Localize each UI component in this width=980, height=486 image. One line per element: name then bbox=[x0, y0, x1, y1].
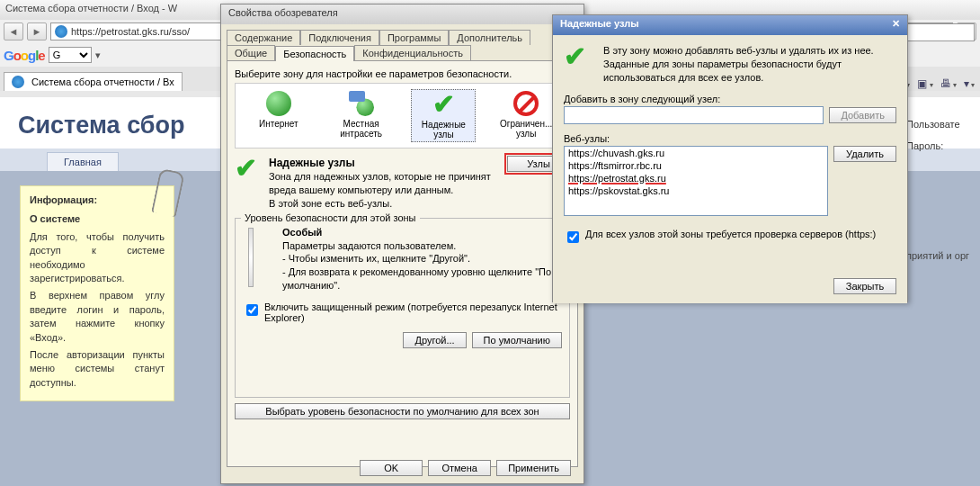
add-site-label: Добавить в зону следующий узел: bbox=[564, 94, 896, 104]
tab-advanced[interactable]: Дополнительь bbox=[449, 30, 530, 45]
command-bar: ⌂ ▣ 🖶 ▾ bbox=[898, 77, 975, 90]
websites-listbox[interactable]: https://chuvash.gks.ru https://ftsmirror… bbox=[564, 146, 828, 216]
tab-security[interactable]: Безопасность bbox=[275, 46, 354, 61]
paperclip-icon bbox=[151, 168, 185, 218]
zone-description: Зона для надежных узлов, которые не прич… bbox=[269, 171, 491, 195]
page-menu-icon[interactable]: ▾ bbox=[964, 77, 975, 90]
list-item[interactable]: https://chuvash.gks.ru bbox=[565, 147, 827, 159]
close-icon[interactable]: ✕ bbox=[892, 18, 900, 32]
google-logo: Google bbox=[4, 48, 45, 63]
dialog-title: Свойства обозревателя bbox=[221, 4, 584, 24]
url-text: https://petrostat.gks.ru/sso/ bbox=[71, 26, 190, 37]
security-level-line: - Для возврата к рекомендованному уровню… bbox=[282, 266, 551, 291]
security-level-line: Параметры задаются пользователем. bbox=[282, 240, 456, 251]
group-title: Уровень безопасности для этой зоны bbox=[241, 212, 420, 223]
websites-label: Веб-узлы: bbox=[564, 133, 896, 144]
browser-tab[interactable]: Система сбора отчетности / Вх bbox=[4, 72, 183, 91]
security-level-name: Особый bbox=[282, 227, 322, 238]
security-level-line: - Чтобы изменить их, щелкните "Другой". bbox=[282, 253, 470, 264]
login-panel: Пользовате Пароль: приятий и орг bbox=[901, 97, 980, 283]
dialog-title: Надежные узлы bbox=[560, 18, 639, 32]
google-dropdown-icon[interactable]: ▾ bbox=[95, 50, 101, 61]
info-paragraph: Для того, чтобы получить доступ к систем… bbox=[30, 230, 165, 286]
ok-button[interactable]: OK bbox=[360, 460, 423, 476]
intranet-icon bbox=[349, 91, 374, 116]
feeds-icon[interactable]: ▣ bbox=[917, 77, 932, 90]
zone-prompt: Выберите зону для настройки ее параметро… bbox=[235, 68, 570, 79]
tab-general[interactable]: Общие bbox=[227, 45, 275, 60]
list-item[interactable]: https://petrostat.gks.ru bbox=[565, 172, 827, 184]
password-label: Пароль: bbox=[906, 140, 975, 151]
add-site-input[interactable] bbox=[564, 106, 824, 124]
about-heading: О системе bbox=[30, 212, 165, 226]
cut-text: приятий и орг bbox=[906, 250, 975, 261]
back-button[interactable]: ◄ bbox=[4, 22, 23, 40]
google-selector[interactable]: G bbox=[49, 47, 92, 63]
tab-label: Система сбора отчетности / Вх bbox=[31, 76, 174, 87]
apply-button[interactable]: Применить bbox=[496, 460, 571, 476]
dialog-title-bar: Надежные узлы ✕ bbox=[553, 15, 907, 35]
list-item[interactable]: https://pskovstat.gks.ru bbox=[565, 184, 827, 197]
info-sticky-note: Информация: О системе Для того, чтобы по… bbox=[20, 185, 174, 401]
zone-trusted[interactable]: Надежные узлы bbox=[411, 89, 476, 142]
forbidden-icon bbox=[513, 91, 539, 116]
close-button[interactable]: Закрыть bbox=[833, 278, 896, 294]
security-panel: Выберите зону для настройки ее параметро… bbox=[227, 60, 578, 467]
user-label: Пользовате bbox=[906, 119, 975, 130]
remove-button[interactable]: Удалить bbox=[833, 146, 896, 162]
info-paragraph: После авторизации пункты меню системы ст… bbox=[30, 348, 165, 390]
ie-icon bbox=[12, 76, 24, 88]
protected-mode-checkbox[interactable] bbox=[246, 304, 258, 316]
internet-options-dialog: Свойства обозревателя Содержание Подключ… bbox=[220, 4, 584, 484]
add-button[interactable]: Добавить bbox=[829, 107, 896, 123]
https-required-checkbox[interactable] bbox=[567, 231, 579, 243]
checkmark-icon bbox=[564, 44, 594, 75]
zone-intranet[interactable]: Местная интрасеть bbox=[329, 89, 394, 142]
list-item[interactable]: https://ftsmirror.rbc.ru bbox=[565, 159, 827, 172]
zone-restricted[interactable]: Ограничен... узлы bbox=[494, 89, 558, 142]
security-slider[interactable] bbox=[248, 228, 254, 287]
forward-button[interactable]: ► bbox=[27, 22, 47, 40]
tab-main[interactable]: Главная bbox=[47, 152, 119, 171]
zone-selector: Интернет Местная интрасеть Надежные узлы… bbox=[235, 83, 570, 148]
https-required-label: Для всех узлов этой зоны требуется прове… bbox=[585, 229, 876, 239]
tab-connections[interactable]: Подключения bbox=[300, 30, 379, 45]
custom-level-button[interactable]: Другой... bbox=[403, 332, 466, 348]
zone-title: Надежные узлы bbox=[269, 157, 355, 169]
globe-icon bbox=[266, 91, 291, 116]
print-icon[interactable]: 🖶 bbox=[940, 77, 957, 90]
cancel-button[interactable]: Отмена bbox=[428, 460, 491, 476]
tab-privacy[interactable]: Конфиденциальность bbox=[354, 45, 471, 60]
trusted-sites-intro: В эту зону можно добавлять веб-узлы и уд… bbox=[603, 44, 896, 85]
default-level-button[interactable]: По умолчанию bbox=[472, 332, 562, 348]
checkmark-icon bbox=[235, 156, 262, 186]
info-heading: Информация: bbox=[30, 194, 165, 207]
reset-all-zones-button[interactable]: Выбрать уровень безопасности по умолчани… bbox=[235, 403, 570, 419]
security-level-group: Уровень безопасности для этой зоны Особы… bbox=[235, 218, 570, 398]
checkmark-icon bbox=[431, 92, 456, 117]
dialog-tabs: Содержание Подключения Программы Дополни… bbox=[221, 24, 584, 60]
protected-mode-label: Включить защищенный режим (потребуется п… bbox=[264, 302, 562, 323]
trusted-sites-dialog: Надежные узлы ✕ В эту зону можно добавля… bbox=[552, 14, 908, 302]
zone-description: В этой зоне есть веб-узлы. bbox=[269, 198, 392, 209]
tab-programs[interactable]: Программы bbox=[379, 30, 449, 45]
tab-content[interactable]: Содержание bbox=[227, 30, 300, 45]
ie-icon bbox=[55, 25, 67, 38]
info-paragraph: В верхнем правом углу введите логин и па… bbox=[30, 289, 165, 345]
zone-internet[interactable]: Интернет bbox=[246, 89, 311, 142]
